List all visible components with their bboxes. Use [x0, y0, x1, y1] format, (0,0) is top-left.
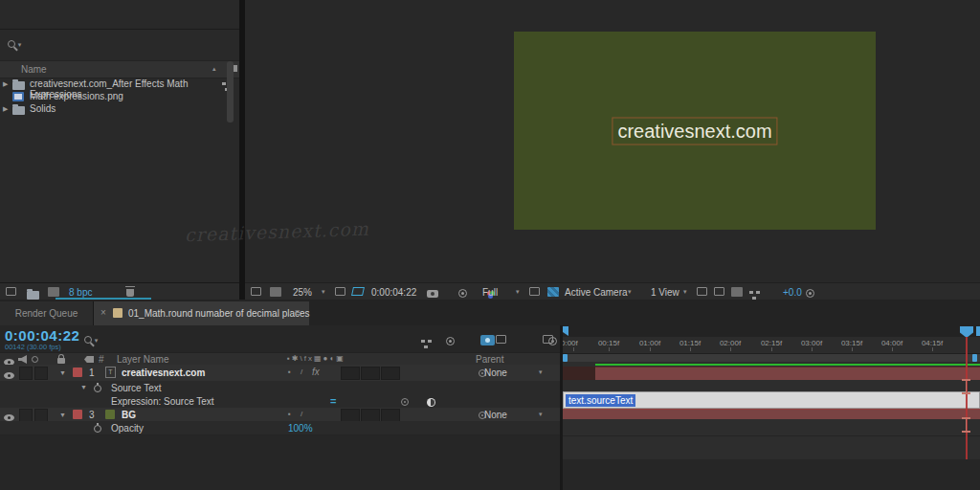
title-action-safe-icon[interactable] — [697, 287, 707, 296]
stopwatch-icon[interactable] — [94, 385, 101, 392]
tab-menu-icon[interactable]: ≡ — [295, 307, 301, 318]
layer-name[interactable]: creativesnext.com — [122, 368, 205, 378]
chevron-down-icon[interactable]: ▾ — [683, 288, 687, 296]
quality-switch-icon[interactable]: / — [301, 368, 302, 376]
trash-icon[interactable] — [126, 289, 134, 297]
audio-cell[interactable] — [19, 409, 33, 422]
fast-previews-icon[interactable] — [529, 287, 540, 296]
property-name[interactable]: Source Text — [111, 383, 162, 393]
transparency-grid-icon[interactable] — [351, 287, 365, 296]
bit-depth-label[interactable]: 8 bpc — [69, 287, 92, 298]
chevron-down-icon[interactable]: ▾ — [322, 288, 325, 296]
sort-caret-icon[interactable]: ▴ — [212, 65, 216, 73]
snapshot-icon[interactable] — [427, 290, 438, 298]
new-folder-icon[interactable] — [27, 291, 39, 300]
expression-pickwhip-icon[interactable] — [401, 398, 409, 406]
lock-cell[interactable] — [34, 409, 48, 422]
layer-name[interactable]: BG — [122, 410, 136, 420]
column-name[interactable]: Name — [21, 64, 47, 75]
fx-switch-icon[interactable]: fx — [312, 367, 320, 377]
opacity-value[interactable]: 100% — [288, 423, 313, 434]
graph-editor-icon[interactable] — [543, 335, 553, 344]
layer-row-creativesnext[interactable]: ▼ 1 T creativesnext.com ▪ / fx None ▾ — [0, 365, 560, 381]
expression-editor-field[interactable]: text.sourceText — [563, 391, 980, 409]
property-row-opacity[interactable]: Opacity 100% — [0, 421, 560, 434]
switch-cell[interactable] — [361, 367, 380, 380]
switch-cell[interactable] — [381, 367, 400, 380]
exposure-reset-icon[interactable] — [806, 289, 814, 298]
view-layout-value[interactable]: 1 View — [651, 287, 679, 298]
quality-switch-icon[interactable]: / — [301, 410, 302, 418]
disclosure-icon[interactable]: ▼ — [59, 412, 66, 418]
current-timecode[interactable]: 0:00:04:22 — [5, 327, 79, 344]
project-search-input[interactable]: ▾ — [8, 38, 21, 49]
mask-visibility-icon[interactable] — [731, 287, 743, 297]
chevron-down-icon[interactable]: ▾ — [539, 368, 543, 376]
comp-text-layer[interactable]: creativesnext.com — [612, 117, 777, 145]
chevron-down-icon[interactable]: ▾ — [539, 411, 543, 418]
property-row-source-text[interactable]: ▼ Source Text — [0, 381, 560, 394]
eye-icon[interactable] — [4, 372, 14, 379]
lock-cell[interactable] — [34, 367, 48, 380]
scrollbar[interactable] — [227, 61, 234, 122]
switch-cell[interactable] — [361, 409, 380, 422]
expression-graph-icon[interactable] — [427, 398, 435, 407]
expression-selected-text[interactable]: text.sourceText — [566, 394, 635, 407]
preview-timecode[interactable]: 0:00:04:22 — [371, 287, 416, 298]
transparency-toggle-icon[interactable] — [547, 287, 559, 297]
draft-3d-icon[interactable] — [446, 337, 455, 345]
region-of-interest-icon[interactable] — [335, 287, 345, 296]
always-preview-icon[interactable] — [251, 287, 261, 296]
work-area-bar[interactable] — [563, 354, 980, 362]
playhead-line[interactable] — [966, 337, 968, 459]
label-color-swatch[interactable] — [73, 368, 82, 377]
switch-cell[interactable] — [341, 409, 360, 422]
expression-enable-toggle[interactable]: = — [330, 395, 336, 407]
disclosure-icon[interactable]: ▼ — [59, 369, 66, 376]
layer-row-bg[interactable]: ▼ 3 BG ▪ / None ▾ — [0, 408, 560, 421]
work-area-end-handle[interactable] — [972, 354, 977, 362]
parent-dropdown[interactable]: None — [484, 368, 507, 378]
chevron-down-icon[interactable]: ▾ — [516, 288, 520, 296]
chevron-down-icon[interactable]: ▾ — [628, 288, 632, 296]
layer-bar-creativesnext[interactable] — [595, 367, 980, 380]
work-area-start-marker[interactable] — [563, 326, 568, 336]
hide-shy-layers-icon[interactable] — [480, 335, 495, 345]
frame-blending-icon[interactable] — [496, 335, 506, 344]
composition-viewer[interactable]: creativesnext.com — [514, 32, 876, 230]
project-item-folder[interactable]: ▶ creativesnext.com_After Effects Math E… — [0, 78, 239, 90]
comp-marker-strip[interactable] — [563, 325, 980, 337]
new-composition-icon[interactable] — [48, 287, 59, 297]
switch-cell[interactable] — [341, 367, 360, 380]
disclosure-icon[interactable]: ▶ — [3, 80, 8, 87]
work-area-start-handle[interactable] — [563, 354, 568, 362]
stopwatch-icon[interactable] — [94, 425, 101, 433]
switch-cell[interactable] — [381, 409, 400, 422]
property-row-expression[interactable]: Expression: Source Text = — [0, 394, 560, 408]
tab-render-queue[interactable]: Render Queue — [0, 301, 94, 325]
magnify-region-icon[interactable] — [714, 287, 724, 296]
resolution-value[interactable]: Full — [482, 287, 498, 298]
show-snapshot-icon[interactable] — [458, 289, 467, 298]
close-icon[interactable]: × — [100, 307, 106, 318]
comp-mini-flowchart-icon[interactable] — [421, 340, 425, 343]
exposure-value[interactable]: +0.0 — [783, 287, 802, 298]
project-item-footage[interactable]: Math expressions.png — [0, 90, 239, 102]
property-name[interactable]: Opacity — [111, 423, 144, 434]
eye-icon[interactable] — [4, 414, 14, 421]
time-ruler[interactable]: 0:00f 00:15f 01:00f 01:15f 02:00f 02:15f… — [563, 337, 980, 354]
project-item-solids[interactable]: ▶ Solids — [0, 102, 239, 115]
shy-switch-icon[interactable]: ▪ — [288, 368, 291, 376]
disclosure-icon[interactable]: ▶ — [3, 105, 8, 112]
shy-switch-icon[interactable]: ▪ — [288, 410, 291, 418]
label-color-swatch[interactable] — [73, 410, 82, 419]
tab-comp-active[interactable]: × 01_Math.round numaber of decimal place… — [94, 301, 309, 325]
magnification-value[interactable]: 25% — [293, 287, 312, 298]
layer-bar-bg[interactable] — [563, 409, 980, 419]
disclosure-icon[interactable]: ▼ — [80, 384, 87, 390]
interpret-footage-icon[interactable] — [6, 287, 16, 296]
camera-view-value[interactable]: Active Camera — [565, 287, 628, 298]
solid-color-swatch[interactable] — [105, 410, 115, 419]
audio-cell[interactable] — [19, 367, 33, 380]
timeline-search-input[interactable]: ▾ — [84, 334, 98, 345]
